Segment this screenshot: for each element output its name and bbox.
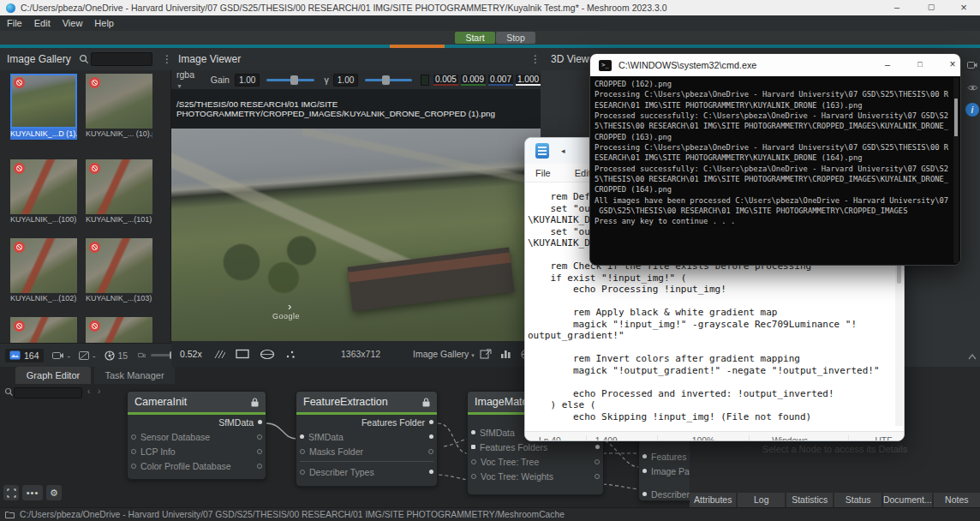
node-featureextraction[interactable]: FeatureExtraction Features Folder SfMDat…: [296, 391, 438, 487]
notepad-statusbar: Ln 40, Col 1 1,409 characters 100% Windo…: [525, 431, 904, 441]
thumbnail-label: KUYALNIK_... (10).png: [86, 129, 152, 140]
image-gallery-panel: Image Gallery ⋮ KUYALNIK_...D (1).png KU…: [0, 48, 171, 367]
lock-icon: [422, 398, 430, 407]
collapse-panel-icon[interactable]: [965, 350, 979, 363]
camera-icon: [52, 351, 64, 360]
image-viewer-panel: Image Viewer ⋮ rgba ▼ Gain 1.00 γ 1.00 0…: [171, 48, 541, 367]
lens-distortion-icon[interactable]: [260, 349, 275, 360]
maximize-button[interactable]: ▢: [918, 0, 944, 15]
start-button[interactable]: Start: [455, 32, 495, 44]
settings-gear-icon[interactable]: ⚙: [46, 485, 62, 500]
image-count-chip[interactable]: 164: [5, 349, 44, 362]
folder-icon: [5, 511, 15, 518]
notepad-menu-edit[interactable]: Edit: [575, 168, 591, 178]
menu-view[interactable]: View: [63, 18, 83, 28]
notepad-menu-file[interactable]: File: [535, 168, 551, 178]
node-attr: Voc Tree: Tree: [481, 457, 539, 467]
undistort-value: -: [93, 350, 96, 361]
cmd-scrollbar[interactable]: [953, 78, 959, 263]
node-attr: SfMData: [480, 428, 515, 438]
line-ending: Windows (CRLF): [750, 435, 849, 442]
lock-icon: [251, 398, 259, 407]
info-icon[interactable]: i: [965, 103, 979, 117]
channel-select[interactable]: rgba ▼: [176, 69, 199, 90]
menu-help[interactable]: Help: [94, 18, 114, 28]
tab-statistics[interactable]: Statistics: [786, 493, 833, 507]
thumbnail-photo: [86, 317, 152, 343]
thumbnail-item[interactable]: KUYALNIK_... (10).png: [86, 74, 152, 140]
gamma-slider[interactable]: [365, 79, 412, 81]
tab-log[interactable]: Log: [738, 493, 784, 507]
aerial-photo[interactable]: › Google: [171, 129, 541, 341]
status-bar: C:/Users/pbeza/OneDrive - Harvard Univer…: [0, 507, 980, 521]
thumbnail-size-slider[interactable]: [151, 354, 171, 356]
notepad-icon: [535, 143, 549, 159]
rectangle-tool-icon[interactable]: [236, 349, 249, 359]
close-button[interactable]: ×: [951, 0, 977, 15]
tab-status[interactable]: Status: [834, 493, 881, 507]
thumbnail-item[interactable]: KUYALNIK_...(102).png: [10, 238, 77, 304]
thumbnail-item[interactable]: KUYALNIK_...D (1).png: [10, 74, 77, 140]
visibility-eye-icon[interactable]: [965, 81, 979, 94]
menu-file[interactable]: File: [7, 18, 22, 28]
detail-tabs: Attributes Log Statistics Status Documen…: [690, 493, 980, 507]
thumbnail-item[interactable]: [10, 317, 77, 343]
image-viewer-header: Image Viewer ⋮: [171, 48, 541, 70]
thumbnail-label: KUYALNIK_...(100).png: [10, 214, 77, 225]
next-image-arrow[interactable]: ›: [288, 300, 291, 313]
viewer-menu-icon[interactable]: ⋮: [530, 53, 541, 65]
fit-graph-icon[interactable]: [3, 485, 19, 500]
hatch-tool-icon[interactable]: [214, 350, 225, 359]
render-camera-icon[interactable]: [965, 58, 979, 72]
cmd-maximize-button[interactable]: □: [907, 57, 933, 73]
tab-attributes[interactable]: Attributes: [690, 493, 736, 507]
node-header[interactable]: CameraInit: [128, 392, 266, 412]
node-camerainit[interactable]: CameraInit SfMData Sensor Database LCP I…: [127, 391, 266, 480]
gain-slider[interactable]: [266, 79, 314, 81]
tab-documentation[interactable]: Document...: [883, 493, 932, 507]
thumbnail-item[interactable]: KUYALNIK_...(100).png: [10, 159, 77, 225]
image-path-bar: /S25/THESIS/00 RESEARCH/01 IMG/SITE PHOT…: [171, 89, 541, 129]
image-gallery-header: Image Gallery ⋮: [0, 48, 171, 70]
cmd-minimize-button[interactable]: –: [875, 57, 900, 73]
no-metadata-icon: [89, 320, 100, 332]
external-open-icon[interactable]: [480, 349, 492, 359]
search-icon[interactable]: [79, 54, 89, 64]
tab-notes[interactable]: Notes: [934, 493, 980, 507]
cmd-close-button[interactable]: ×: [940, 57, 961, 73]
thumbnail-label: KUYALNIK_...D (1).png: [10, 129, 77, 140]
thumbnail-item[interactable]: [86, 317, 152, 343]
gamma-value[interactable]: 1.00: [333, 74, 358, 87]
menu-edit[interactable]: Edit: [34, 18, 51, 28]
node-attr: Features Folders: [480, 442, 547, 452]
features-points-icon[interactable]: [285, 349, 296, 359]
histogram-icon[interactable]: [500, 349, 511, 359]
thumbnail-item[interactable]: KUYALNIK_...(103).png: [86, 238, 152, 304]
minimize-button[interactable]: –: [884, 0, 910, 15]
gallery-search-input[interactable]: [91, 52, 152, 66]
cmd-window[interactable]: >_ C:\WINDOWS\system32\cmd.exe – □ × CRO…: [589, 53, 961, 266]
node-output-label: Features Folder: [362, 417, 425, 428]
meshroom-logo-icon: [6, 3, 15, 13]
cmd-titlebar[interactable]: >_ C:\WINDOWS\system32\cmd.exe – □ ×: [590, 54, 960, 76]
stop-button[interactable]: Stop: [496, 32, 535, 44]
more-options-icon[interactable]: •••: [22, 485, 43, 500]
thumbnail-photo: [86, 74, 152, 129]
node-attr: SfMData: [308, 432, 344, 442]
node-attr: Sensor Database: [140, 432, 210, 442]
details-placeholder: Select a Node to access its Details: [690, 444, 980, 454]
thumbnail-photo: [10, 159, 77, 214]
viewer-source-select[interactable]: Image Gallery ▾: [413, 349, 475, 359]
window-title: C:/Users/pbeza/OneDrive - Harvard Univer…: [21, 3, 667, 13]
thumbnail-photo: [86, 159, 152, 214]
node-attr: Masks Folder: [309, 446, 363, 457]
gain-value[interactable]: 1.00: [235, 74, 260, 87]
node-header[interactable]: FeatureExtraction: [296, 392, 437, 412]
thumbnail-item[interactable]: KUYALNIK_...(101).png: [86, 159, 152, 225]
node-title: CameraInit: [134, 396, 187, 408]
window-titlebar[interactable]: C:/Users/pbeza/OneDrive - Harvard Univer…: [0, 0, 980, 15]
tab-back-icon[interactable]: ◂: [561, 147, 565, 155]
thumbnail-label: KUYALNIK_...(101).png: [86, 214, 152, 225]
thumbnail-photo: [10, 238, 77, 293]
viewer-toolbar: rgba ▼ Gain 1.00 γ 1.00 0.005 0.009 0.00…: [171, 70, 541, 89]
